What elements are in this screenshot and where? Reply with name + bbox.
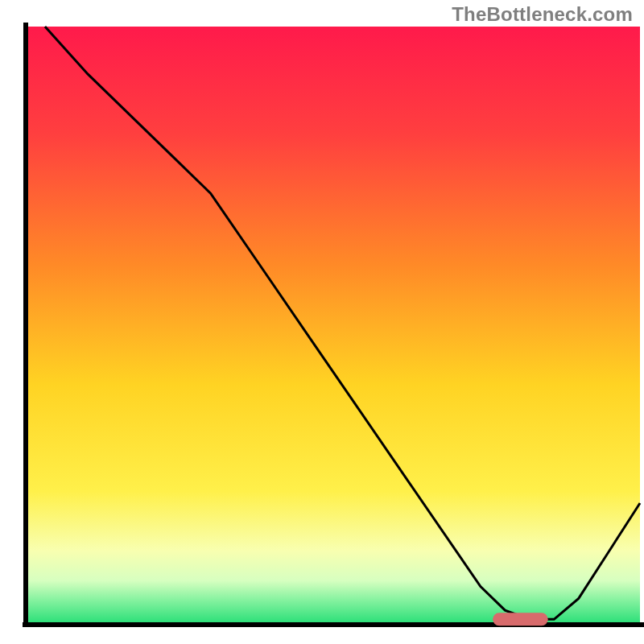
watermark-text: TheBottleneck.com — [452, 3, 633, 26]
gradient-background — [27, 27, 640, 622]
marker-bar — [493, 613, 548, 625]
chart-container: { "watermark": "TheBottleneck.com", "cha… — [0, 0, 644, 644]
chart-svg — [0, 0, 644, 644]
